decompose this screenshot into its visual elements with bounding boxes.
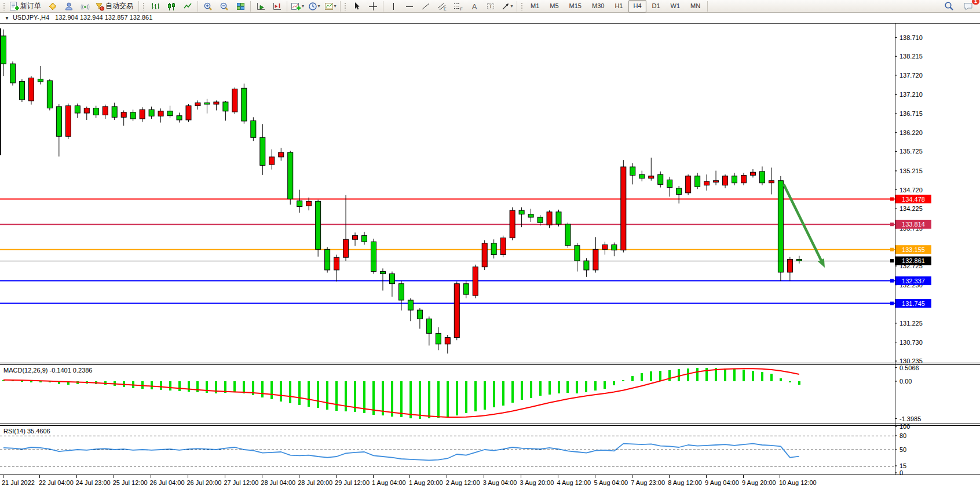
tile-windows-button[interactable] [232, 0, 248, 13]
indicators-button[interactable]: ▾ [289, 0, 306, 13]
price-line-label: 132.337 [890, 276, 931, 285]
svg-text:3 Aug 20:00: 3 Aug 20:00 [520, 479, 554, 486]
text-label-icon: T [486, 2, 495, 11]
timeframe-h1-button[interactable]: H1 [610, 0, 627, 13]
arrows-tool-button[interactable]: ▾ [499, 0, 515, 13]
timeframe-m30-button[interactable]: M30 [587, 0, 609, 13]
svg-text:1 Aug 20:00: 1 Aug 20:00 [409, 479, 443, 486]
cursor-icon [352, 2, 361, 11]
text-label-tool-button[interactable]: T [482, 0, 499, 13]
new-order-button[interactable]: 新订单 [8, 0, 45, 13]
search-icon [944, 1, 954, 11]
crosshair-tool-button[interactable] [365, 0, 381, 13]
chart-window: ▼USDJPY-,H4132.904 132.944 132.857 132.8… [0, 13, 980, 489]
svg-text:131.225: 131.225 [899, 320, 923, 327]
timeframe-d1-button[interactable]: D1 [648, 0, 665, 13]
toolbar-grip[interactable] [142, 2, 145, 10]
svg-text:138.215: 138.215 [899, 53, 923, 60]
toolbar-separator [340, 1, 341, 12]
search-button[interactable] [941, 0, 957, 13]
macd-label: MACD(12,26,9) -0.1401 0.2386 [3, 367, 92, 374]
notifications-button[interactable]: 1 [960, 0, 977, 13]
fibonacci-tool-button[interactable]: F [450, 0, 466, 13]
chart-shift-button[interactable] [269, 0, 285, 13]
candles-icon [167, 2, 176, 11]
main-toolbar: 新订单 [0, 0, 980, 13]
text-tool-button[interactable]: A [466, 0, 482, 13]
toolbar-grip[interactable] [344, 2, 347, 10]
svg-text:130.235: 130.235 [899, 357, 923, 364]
toolbar-separator [138, 1, 139, 12]
horizontal-line-icon [405, 2, 414, 11]
clock-icon [308, 2, 317, 11]
signal-button[interactable] [77, 0, 93, 13]
svg-text:137.210: 137.210 [899, 91, 923, 98]
vertical-line-tool-button[interactable] [385, 0, 401, 13]
templates-button[interactable]: ▾ [322, 0, 338, 13]
equidistant-channel-icon: E [437, 2, 447, 11]
indicators-icon [291, 2, 301, 11]
auto-trading-icon [95, 2, 105, 11]
svg-text:134.225: 134.225 [899, 205, 923, 212]
price-chart[interactable]: 139.205138.710138.215137.720137.210136.7… [0, 13, 980, 489]
candlestick-chart-button[interactable] [163, 0, 180, 13]
toolbar-separator [287, 1, 287, 12]
zoom-out-button[interactable] [216, 0, 232, 13]
svg-text:26 Jul 04:00: 26 Jul 04:00 [150, 479, 185, 486]
svg-text:8 Aug 12:00: 8 Aug 12:00 [668, 479, 702, 486]
periods-button[interactable]: ▾ [306, 0, 322, 13]
svg-text:135.215: 135.215 [899, 167, 923, 174]
chevron-down-icon: ▾ [334, 3, 337, 9]
trendline-tool-button[interactable] [418, 0, 434, 13]
horizontal-line-tool-button[interactable] [401, 0, 418, 13]
svg-text:28 Jul 04:00: 28 Jul 04:00 [261, 479, 295, 486]
timeframe-h4-button[interactable]: H4 [628, 0, 646, 13]
svg-text:7 Aug 23:00: 7 Aug 23:00 [631, 479, 665, 486]
auto-scroll-icon [256, 2, 265, 11]
notification-badge: 1 [971, 0, 980, 5]
svg-text:136.715: 136.715 [899, 110, 923, 117]
channel-tool-button[interactable]: E [434, 0, 450, 13]
vertical-line-icon [389, 2, 398, 11]
auto-trading-button[interactable]: 自动交易 [93, 0, 137, 13]
bar-chart-button[interactable] [147, 0, 163, 13]
timeframe-w1-button[interactable]: W1 [666, 0, 685, 13]
timeframe-m5-button[interactable]: M5 [545, 0, 563, 13]
ohlc-bars-icon [151, 2, 160, 11]
line-chart-button[interactable] [180, 0, 196, 13]
toolbar-grip[interactable] [3, 2, 6, 10]
timeframe-mn-button[interactable]: MN [686, 0, 705, 13]
price-line-label: 131.745 [890, 299, 931, 308]
svg-text:-1.3985: -1.3985 [899, 415, 921, 422]
auto-scroll-button[interactable] [253, 0, 269, 13]
new-order-label: 新订单 [20, 1, 41, 11]
svg-text:134.720: 134.720 [899, 187, 923, 194]
svg-text:5 Aug 04:00: 5 Aug 04:00 [594, 479, 628, 486]
timeframe-m15-button[interactable]: M15 [565, 0, 586, 13]
profile-button[interactable] [61, 0, 77, 13]
svg-text:28 Jul 20:00: 28 Jul 20:00 [298, 479, 332, 486]
svg-text:130.730: 130.730 [899, 339, 923, 346]
crosshair-icon [368, 2, 378, 11]
svg-text:136.220: 136.220 [899, 129, 923, 136]
profile-icon [64, 2, 74, 11]
price-line-label: 133.814 [890, 220, 931, 229]
price-line-label: 133.155 [890, 245, 931, 254]
rsi-label: RSI(14) 35.4606 [3, 428, 50, 435]
market-watch-button[interactable] [45, 0, 61, 13]
toolbar-grip[interactable] [521, 2, 524, 10]
svg-text:E: E [444, 7, 447, 11]
svg-text:1 Aug 04:00: 1 Aug 04:00 [372, 479, 406, 486]
timeframe-m1-button[interactable]: M1 [526, 0, 544, 13]
svg-text:0.5066: 0.5066 [899, 364, 919, 371]
svg-text:0: 0 [899, 469, 903, 476]
svg-text:27 Jul 12:00: 27 Jul 12:00 [224, 479, 258, 486]
zoom-in-button[interactable] [200, 0, 216, 13]
svg-text:9 Aug 20:00: 9 Aug 20:00 [742, 479, 776, 486]
ohlc-values: 132.904 132.944 132.857 132.861 [55, 14, 152, 21]
cursor-tool-button[interactable] [349, 0, 365, 13]
fibonacci-icon: F [454, 2, 463, 11]
svg-text:26 Jul 20:00: 26 Jul 20:00 [187, 479, 222, 486]
svg-text:133.155: 133.155 [902, 246, 925, 253]
collapse-triangle-icon[interactable]: ▼ [5, 16, 9, 21]
